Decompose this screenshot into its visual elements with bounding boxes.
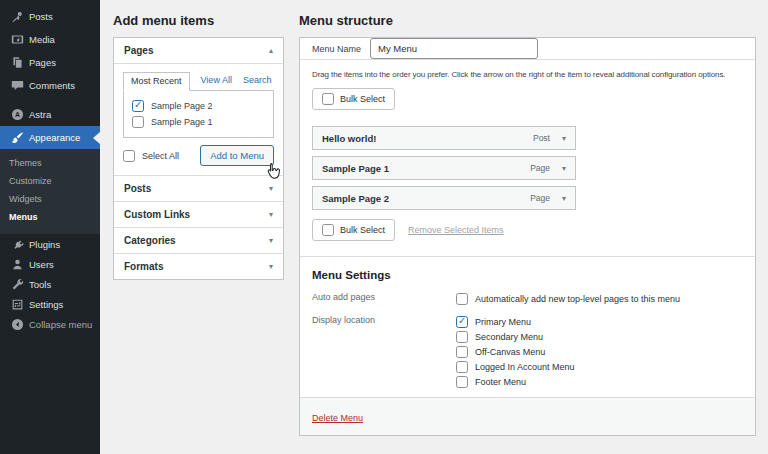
chevron-down-icon: ▾ [269, 210, 273, 219]
pages-section-body: Most Recent View All Search Sample Page … [114, 64, 283, 175]
accordion-section-title: Pages [124, 45, 153, 56]
accordion-section-categories[interactable]: Categories▾ [114, 227, 283, 253]
menu-name-input[interactable] [370, 38, 538, 59]
menu-item-meta: Page▾ [530, 193, 566, 203]
wrench-icon [11, 278, 24, 291]
chevron-down-icon: ▾ [269, 184, 273, 193]
auto-add-pages-option-label: Automatically add new top-level pages to… [475, 294, 680, 304]
page-option-sample-page-2[interactable]: Sample Page 2 [132, 98, 265, 114]
sidebar-item-comments[interactable]: Comments [0, 74, 100, 97]
remove-selected-items-link[interactable]: Remove Selected Items [408, 225, 504, 235]
sidebar-item-appearance[interactable]: Appearance [0, 126, 100, 149]
checkbox[interactable] [456, 376, 468, 388]
menu-item-hello-world[interactable]: Hello world!Post▾ [312, 126, 576, 150]
menu-item-title: Sample Page 2 [322, 193, 389, 204]
accordion-section-posts[interactable]: Posts▾ [114, 175, 283, 201]
checkbox[interactable] [123, 150, 135, 162]
location-option-logged-in-account-menu[interactable]: Logged In Account Menu [456, 359, 575, 374]
location-option-primary-menu[interactable]: Primary Menu [456, 314, 575, 329]
menu-item-meta: Page▾ [530, 163, 566, 173]
sidebar-item-label: Collapse menu [29, 319, 92, 330]
tab-view-all[interactable]: View All [201, 75, 232, 90]
menu-item-sample-page-1[interactable]: Sample Page 1Page▾ [312, 156, 576, 180]
select-all-row: Select All Add to Menu [123, 145, 274, 166]
page-option-sample-page-1[interactable]: Sample Page 1 [132, 114, 265, 130]
bulk-actions-row: Bulk Select Remove Selected Items [312, 219, 743, 241]
checkbox[interactable] [322, 224, 334, 236]
checkbox[interactable] [132, 116, 144, 128]
sidebar-item-label: Plugins [29, 239, 60, 250]
chevron-down-icon: ▾ [269, 236, 273, 245]
menu-item-sample-page-2[interactable]: Sample Page 2Page▾ [312, 186, 576, 210]
sidebar-item-settings[interactable]: Settings [0, 294, 100, 314]
chevron-down-icon: ▾ [269, 262, 273, 271]
menu-settings-title: Menu Settings [312, 269, 743, 281]
menu-structure-title: Menu structure [299, 13, 756, 28]
delete-menu-link[interactable]: Delete Menu [312, 413, 363, 423]
add-to-menu-button[interactable]: Add to Menu [200, 145, 274, 166]
checkbox-checked[interactable] [456, 316, 468, 328]
accordion-section-pages[interactable]: Pages ▴ [114, 38, 283, 64]
submenu-item-customize[interactable]: Customize [0, 172, 100, 190]
svg-text:A: A [15, 111, 20, 118]
pages-checklist: Sample Page 2Sample Page 1 [123, 90, 274, 138]
menu-structure-body: Drag the items into the order you prefer… [300, 60, 755, 397]
sidebar-item-label: Astra [29, 109, 51, 120]
bulk-select-label: Bulk Select [340, 94, 385, 104]
page-option-label: Sample Page 2 [151, 101, 213, 111]
chevron-down-icon[interactable]: ▾ [562, 134, 566, 143]
menu-structure-panel: Menu structure Menu Name Drag the items … [299, 13, 756, 436]
submenu-item-menus[interactable]: Menus [0, 208, 100, 226]
sidebar-item-label: Pages [29, 57, 56, 68]
location-option-footer-menu[interactable]: Footer Menu [456, 374, 575, 389]
sidebar-item-tools[interactable]: Tools [0, 274, 100, 294]
sidebar-item-plugins[interactable]: Plugins [0, 234, 100, 254]
accordion-section-title: Formats [124, 261, 163, 272]
menu-name-label: Menu Name [312, 44, 361, 54]
accordion-section-custom-links[interactable]: Custom Links▾ [114, 201, 283, 227]
display-location-options: Primary MenuSecondary MenuOff-Canvas Men… [456, 314, 575, 389]
tab-most-recent[interactable]: Most Recent [123, 72, 190, 91]
sidebar-item-collapse-menu[interactable]: Collapse menu [0, 314, 100, 334]
sidebar-item-posts[interactable]: Posts [0, 5, 100, 28]
checkbox[interactable] [322, 93, 334, 105]
bulk-select-toggle[interactable]: Bulk Select [312, 219, 395, 241]
sidebar-item-pages[interactable]: Pages [0, 51, 100, 74]
checkbox[interactable] [456, 331, 468, 343]
submenu-item-themes[interactable]: Themes [0, 154, 100, 172]
menu-actions-footer: Delete Menu [300, 397, 755, 435]
menu-items-list: Hello world!Post▾Sample Page 1Page▾Sampl… [312, 126, 576, 210]
sidebar-item-astra[interactable]: AAstra [0, 103, 100, 126]
location-option-label: Footer Menu [475, 377, 526, 387]
location-option-label: Off-Canvas Menu [475, 347, 545, 357]
checkbox[interactable] [456, 361, 468, 373]
menu-item-meta: Post▾ [533, 133, 566, 143]
checkbox[interactable] [456, 346, 468, 358]
user-icon [11, 258, 24, 271]
plugin-icon [11, 238, 24, 251]
accordion-section-formats[interactable]: Formats▾ [114, 253, 283, 279]
checkbox-checked[interactable] [132, 100, 144, 112]
location-option-secondary-menu[interactable]: Secondary Menu [456, 329, 575, 344]
bulk-select-label: Bulk Select [340, 225, 385, 235]
sidebar-item-users[interactable]: Users [0, 254, 100, 274]
menu-item-type: Page [530, 193, 550, 203]
media-icon [11, 33, 24, 46]
chevron-down-icon[interactable]: ▾ [562, 194, 566, 203]
appearance-submenu: ThemesCustomizeWidgetsMenus [0, 149, 100, 234]
auto-add-pages-checkbox[interactable]: Automatically add new top-level pages to… [456, 291, 680, 306]
submenu-item-widgets[interactable]: Widgets [0, 190, 100, 208]
auto-add-pages-row: Auto add pages Automatically add new top… [312, 291, 743, 306]
pin-icon [11, 10, 24, 23]
location-option-label: Primary Menu [475, 317, 531, 327]
location-option-off-canvas-menu[interactable]: Off-Canvas Menu [456, 344, 575, 359]
chevron-down-icon[interactable]: ▾ [562, 164, 566, 173]
sidebar-item-label: Media [29, 34, 55, 45]
checkbox[interactable] [456, 293, 468, 305]
sidebar-item-media[interactable]: Media [0, 28, 100, 51]
select-all-checkbox[interactable]: Select All [123, 150, 179, 162]
menu-item-type: Post [533, 133, 550, 143]
tab-search[interactable]: Search [243, 75, 272, 90]
sidebar-item-label: Posts [29, 11, 53, 22]
bulk-select-toggle[interactable]: Bulk Select [312, 88, 395, 110]
